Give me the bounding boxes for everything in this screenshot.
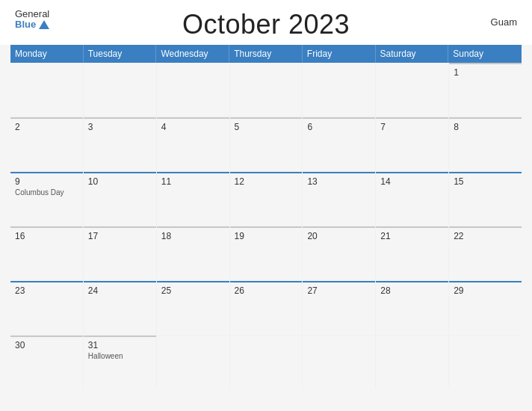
cal-cell (230, 63, 303, 117)
cal-cell: 21 (376, 226, 448, 280)
cal-cell: 4 (157, 117, 229, 171)
cal-cell (376, 63, 448, 117)
cal-cell: 18 (157, 226, 229, 280)
day-header-saturday: Saturday (376, 45, 449, 63)
cell-date: 3 (88, 122, 152, 132)
logo-triangle-icon (39, 20, 49, 29)
cal-cell: 11 (157, 172, 229, 226)
cell-date: 12 (235, 176, 298, 187)
cell-date: 22 (454, 231, 517, 241)
cell-date: 1 (454, 67, 517, 78)
logo: General Blue (15, 9, 49, 31)
cell-event: Columbus Day (15, 188, 78, 197)
cal-cell (376, 336, 448, 389)
cal-cell: 17 (84, 226, 156, 280)
cal-cell: 2 (10, 117, 83, 171)
calendar-header: General Blue October 2023 Guam (0, 0, 532, 45)
cal-cell (84, 63, 156, 117)
cell-date: 21 (380, 231, 444, 241)
cell-date: 18 (161, 231, 225, 241)
cal-cell: 26 (230, 281, 303, 335)
cal-cell: 14 (376, 172, 448, 226)
cell-date: 29 (454, 285, 517, 296)
cal-cell: 28 (376, 281, 448, 335)
cell-event: Halloween (88, 352, 152, 360)
cell-date: 2 (15, 122, 78, 132)
cal-cell: 23 (10, 281, 83, 335)
cal-cell (157, 336, 229, 389)
calendar: Monday Tuesday Wednesday Thursday Friday… (10, 45, 522, 389)
cell-date: 14 (380, 176, 444, 187)
cal-cell (10, 63, 83, 117)
cell-date: 31 (88, 340, 152, 350)
cell-date: 23 (15, 285, 78, 296)
day-header-monday: Monday (10, 45, 84, 63)
cal-cell: 30 (10, 336, 83, 389)
location-label: Guam (491, 16, 517, 28)
cal-cell (303, 63, 375, 117)
calendar-grid: 123456789Columbus Day1011121314151617181… (10, 63, 522, 389)
cal-cell: 19 (230, 226, 303, 280)
cal-cell: 25 (157, 281, 229, 335)
cal-cell: 5 (230, 117, 303, 171)
cal-cell (157, 63, 229, 117)
cal-cell: 7 (376, 117, 448, 171)
cal-cell: 8 (449, 117, 522, 171)
cal-cell: 29 (449, 281, 522, 335)
cell-date: 30 (15, 340, 78, 350)
cell-date: 7 (380, 122, 444, 132)
cell-date: 26 (235, 285, 298, 296)
cal-cell: 9Columbus Day (10, 172, 83, 226)
cal-cell (449, 336, 522, 389)
cal-cell: 15 (449, 172, 522, 226)
cell-date: 13 (307, 176, 371, 187)
cal-cell: 27 (303, 281, 375, 335)
cal-cell: 10 (84, 172, 156, 226)
cell-date: 24 (88, 285, 152, 296)
cal-cell: 22 (449, 226, 522, 280)
day-headers-row: Monday Tuesday Wednesday Thursday Friday… (10, 45, 522, 63)
cell-date: 16 (15, 231, 78, 241)
cell-date: 4 (161, 122, 225, 132)
day-header-tuesday: Tuesday (84, 45, 157, 63)
cal-cell: 24 (84, 281, 156, 335)
day-header-wednesday: Wednesday (156, 45, 229, 63)
cal-cell: 3 (84, 117, 156, 171)
cell-date: 19 (235, 231, 298, 241)
cal-cell: 6 (303, 117, 375, 171)
cell-date: 25 (161, 285, 225, 296)
logo-blue-text: Blue (15, 19, 49, 30)
day-header-thursday: Thursday (229, 45, 303, 63)
cell-date: 27 (307, 285, 371, 296)
day-header-friday: Friday (303, 45, 376, 63)
day-header-sunday: Sunday (448, 45, 522, 63)
cell-date: 11 (161, 176, 225, 187)
cal-cell: 16 (10, 226, 83, 280)
page-title: October 2023 (182, 9, 350, 40)
cell-date: 10 (88, 176, 152, 187)
cell-date: 6 (307, 122, 371, 132)
calendar-page: { "header": { "logo_general": "General",… (0, 0, 532, 411)
cell-date: 17 (88, 231, 152, 241)
cal-cell (303, 336, 375, 389)
cell-date: 20 (307, 231, 371, 241)
cell-date: 8 (454, 122, 517, 132)
cal-cell: 20 (303, 226, 375, 280)
cal-cell: 1 (449, 63, 522, 117)
cell-date: 5 (235, 122, 298, 132)
cal-cell: 13 (303, 172, 375, 226)
cal-cell: 31Halloween (84, 336, 156, 389)
logo-general-text: General (15, 9, 49, 19)
cell-date: 9 (15, 176, 78, 187)
cal-cell: 12 (230, 172, 303, 226)
cell-date: 28 (380, 285, 444, 296)
cal-cell (230, 336, 303, 389)
cell-date: 15 (454, 176, 517, 187)
